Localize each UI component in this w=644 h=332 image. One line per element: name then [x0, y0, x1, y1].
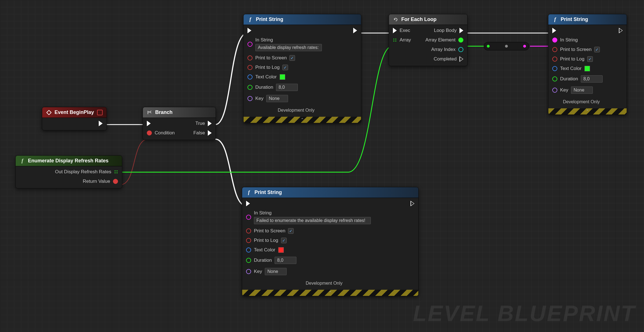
text-color-pin[interactable]: Text Color [552, 66, 610, 71]
array-pin[interactable]: Array [393, 37, 411, 43]
node-event-beginplay[interactable]: Event BeginPlay [42, 107, 107, 130]
color-swatch[interactable] [584, 66, 590, 71]
event-icon [46, 110, 52, 115]
node-title: Print String [254, 190, 282, 195]
dev-only-label: Development Only [246, 281, 402, 286]
duration-pin[interactable]: Duration [246, 257, 402, 264]
color-swatch[interactable] [280, 74, 285, 80]
print-log-checkbox[interactable]: ✓ [281, 238, 287, 243]
exec-in-pin[interactable]: Exec [393, 28, 411, 33]
condition-pin[interactable]: Condition [147, 130, 175, 136]
graph-watermark: LEVEL BLUEPRINT [413, 301, 636, 326]
array-index-pin[interactable]: Array Index [431, 47, 463, 52]
function-icon: f [20, 158, 25, 164]
in-string-input[interactable] [254, 217, 371, 224]
exec-out-pin[interactable] [353, 28, 357, 33]
exec-in-pin[interactable] [552, 28, 610, 33]
exec-out-pin[interactable] [411, 201, 414, 206]
duration-pin[interactable]: Duration [247, 84, 345, 91]
exec-in-pin[interactable] [247, 28, 345, 33]
node-header[interactable]: f Print String [242, 187, 418, 198]
node-header[interactable]: Event BeginPlay [42, 107, 107, 118]
exec-in-pin[interactable] [147, 121, 175, 126]
print-screen-checkbox[interactable]: ✓ [288, 228, 294, 234]
in-string-input[interactable] [255, 44, 322, 51]
collapse-chevron-icon[interactable]: ⌃ [548, 109, 627, 113]
collapse-chevron-icon[interactable]: ⌃ [244, 117, 361, 122]
out-rates-pin[interactable]: Out Display Refresh Rates [55, 169, 118, 175]
key-pin[interactable]: Key [246, 268, 402, 275]
color-swatch[interactable] [278, 247, 284, 253]
node-header[interactable]: f Print String [244, 14, 361, 25]
mid-dot [505, 45, 508, 48]
node-branch[interactable]: Branch Condition True False [143, 107, 216, 140]
text-color-pin[interactable]: Text Color [247, 74, 345, 80]
print-log-pin[interactable]: Print to Log ✓ [552, 56, 610, 62]
loop-icon [393, 17, 398, 22]
node-header[interactable]: Branch [143, 107, 216, 118]
key-pin[interactable]: Key [552, 86, 610, 94]
false-pin[interactable]: False [193, 130, 212, 136]
out-pin[interactable] [523, 45, 526, 48]
node-foreach-loop[interactable]: For Each Loop Exec Array Loop Body Array… [389, 14, 468, 66]
print-log-checkbox[interactable]: ✓ [587, 56, 593, 62]
print-log-checkbox[interactable]: ✓ [282, 65, 288, 70]
function-icon: f [247, 17, 253, 22]
function-icon: f [246, 190, 252, 195]
node-title: Enumerate Display Refresh Rates [28, 158, 108, 164]
key-input[interactable] [265, 268, 287, 275]
array-element-pin[interactable]: Array Element [425, 37, 463, 43]
key-pin[interactable]: Key [247, 95, 345, 102]
print-screen-checkbox[interactable]: ✓ [289, 55, 295, 61]
in-pin[interactable] [487, 45, 490, 48]
in-string-pin[interactable]: In String [246, 210, 402, 224]
completed-pin[interactable]: Completed [434, 56, 463, 62]
print-log-pin[interactable]: Print to Log ✓ [246, 238, 402, 243]
duration-pin[interactable]: Duration [552, 75, 610, 83]
node-title: For Each Loop [401, 17, 437, 22]
in-string-pin[interactable]: In String [247, 37, 345, 51]
hazard-stripe: ⌃ [242, 290, 418, 296]
print-screen-pin[interactable]: Print to Screen ✓ [552, 47, 610, 52]
exec-out-pin[interactable] [619, 28, 623, 33]
print-log-pin[interactable]: Print to Log ✓ [247, 65, 345, 70]
exec-out-pin[interactable] [99, 121, 103, 126]
node-title: Branch [155, 109, 173, 115]
blueprint-graph[interactable]: Event BeginPlay Branch Condition True Fa… [0, 0, 644, 332]
node-header[interactable]: For Each Loop [389, 14, 467, 25]
in-string-pin[interactable]: In String [552, 37, 610, 43]
node-print-string-2[interactable]: f Print String In String Print to Screen… [242, 187, 419, 296]
print-screen-pin[interactable]: Print to Screen ✓ [247, 55, 345, 61]
node-title: Print String [256, 17, 283, 22]
true-pin[interactable]: True [195, 121, 212, 126]
dev-only-label: Development Only [247, 108, 345, 113]
exec-in-pin[interactable] [246, 201, 402, 206]
node-header[interactable]: f Print String [548, 14, 627, 25]
hazard-stripe: ⌃ [548, 108, 627, 114]
duration-input[interactable] [581, 75, 603, 83]
delegate-pin[interactable] [97, 110, 103, 115]
text-color-pin[interactable]: Text Color [246, 247, 402, 253]
branch-icon [147, 110, 152, 115]
return-value-pin[interactable]: Return Value [83, 179, 118, 184]
node-conversion[interactable] [484, 42, 529, 50]
node-title: Print String [561, 17, 588, 22]
node-enumerate-rates[interactable]: f Enumerate Display Refresh Rates Out Di… [15, 155, 122, 188]
function-icon: f [552, 17, 558, 22]
duration-input[interactable] [275, 257, 296, 264]
key-input[interactable] [266, 95, 288, 102]
node-header[interactable]: f Enumerate Display Refresh Rates [16, 156, 122, 166]
node-print-string-1[interactable]: f Print String In String Print to Screen… [243, 14, 361, 123]
print-screen-pin[interactable]: Print to Screen ✓ [246, 228, 402, 234]
duration-input[interactable] [276, 84, 298, 91]
collapse-chevron-icon[interactable]: ⌃ [242, 290, 418, 295]
dev-only-label: Development Only [552, 99, 610, 104]
hazard-stripe: ⌃ [244, 117, 361, 123]
key-input[interactable] [571, 86, 593, 94]
node-title: Event BeginPlay [55, 109, 94, 115]
node-print-string-3[interactable]: f Print String In String Print to Screen… [548, 14, 627, 115]
print-screen-checkbox[interactable]: ✓ [594, 47, 600, 52]
loop-body-pin[interactable]: Loop Body [434, 28, 463, 33]
